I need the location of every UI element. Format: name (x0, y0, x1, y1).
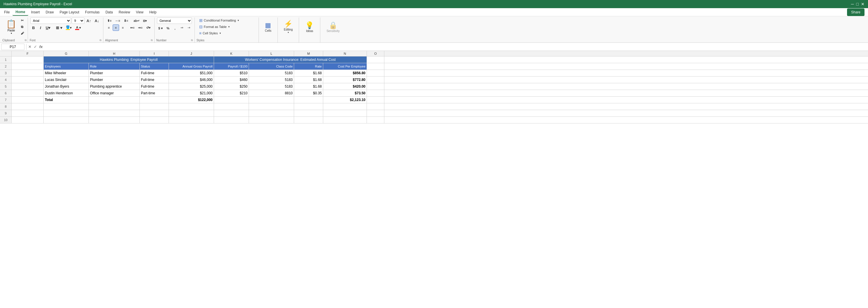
menu-draw[interactable]: Draw (43, 9, 57, 16)
cell-h3[interactable]: Plumber (89, 70, 140, 76)
formula-input[interactable] (44, 44, 867, 50)
minimize-icon[interactable]: ─ (851, 2, 854, 6)
maximize-icon[interactable]: □ (856, 2, 859, 6)
paste-button[interactable]: 📋 Paste ▾ (3, 18, 19, 36)
cell-l2[interactable]: Class Code (249, 63, 294, 69)
cell-k3[interactable]: $510 (214, 70, 249, 76)
cell-j9[interactable] (169, 110, 214, 117)
number-format-select[interactable]: General (157, 18, 192, 24)
font-name-select[interactable]: Arial (30, 18, 71, 24)
col-header-l[interactable]: L (249, 51, 294, 56)
cell-j10[interactable] (169, 117, 214, 123)
cell-n5[interactable]: $420.00 (323, 83, 367, 90)
close-icon[interactable]: ✕ (861, 2, 865, 6)
cell-i6[interactable]: Part-time (140, 90, 169, 96)
percent-button[interactable]: % (165, 25, 171, 31)
number-expand-icon[interactable]: ⧉ (191, 39, 193, 42)
cell-h8[interactable] (89, 103, 140, 110)
cell-m2[interactable]: Rate (294, 63, 323, 69)
cell-h2[interactable]: Role (89, 63, 140, 69)
cell-f3[interactable] (12, 70, 44, 76)
cell-i5[interactable]: Full-time (140, 83, 169, 90)
editing-button[interactable]: ⚡ Editing ▾ (280, 18, 297, 36)
cell-n2[interactable]: Cost Per Employee (323, 63, 367, 69)
cell-f7[interactable] (12, 97, 44, 103)
cell-i3[interactable]: Full-time (140, 70, 169, 76)
cell-l10[interactable] (249, 117, 294, 123)
col-header-o[interactable]: O (367, 51, 384, 56)
col-header-g[interactable]: G (44, 51, 89, 56)
cell-g3[interactable]: Mike Wheeler (44, 70, 89, 76)
cell-i9[interactable] (140, 110, 169, 117)
cell-i8[interactable] (140, 103, 169, 110)
cell-k7[interactable] (214, 97, 249, 103)
cell-o8[interactable] (367, 103, 384, 110)
cell-h9[interactable] (89, 110, 140, 117)
menu-data[interactable]: Data (102, 9, 116, 16)
cell-o6[interactable] (367, 90, 384, 96)
cell-o1[interactable] (367, 57, 384, 63)
col-header-h[interactable]: H (89, 51, 140, 56)
cell-k6[interactable]: $210 (214, 90, 249, 96)
cell-m10[interactable] (294, 117, 323, 123)
share-button[interactable]: Share (847, 8, 865, 16)
cell-g1[interactable]: Hawkins Plumbing: Employee Payroll (44, 57, 214, 63)
cell-g4[interactable]: Lucas Sinclair (44, 76, 89, 83)
align-left-button[interactable]: ≡ (106, 25, 112, 31)
cell-m8[interactable] (294, 103, 323, 110)
align-center-button[interactable]: ≡ (113, 25, 119, 31)
cell-j3[interactable]: $51,000 (169, 70, 214, 76)
cell-j8[interactable] (169, 103, 214, 110)
cell-k1[interactable]: Workers' Compensation Insurance: Estimat… (214, 57, 367, 63)
cell-h5[interactable]: Plumbing apprentice (89, 83, 140, 90)
cell-g2[interactable]: Employees (44, 63, 89, 69)
cell-g7[interactable]: Total (44, 97, 89, 103)
cell-l3[interactable]: 5183 (249, 70, 294, 76)
cell-l9[interactable] (249, 110, 294, 117)
cell-g9[interactable] (44, 110, 89, 117)
confirm-icon[interactable]: ✓ (34, 44, 37, 49)
format-as-table-button[interactable]: ⊟ Format as Table ▾ (197, 24, 241, 30)
cell-g10[interactable] (44, 117, 89, 123)
cell-n4[interactable]: $772.80 (323, 76, 367, 83)
cell-f1[interactable] (12, 57, 44, 63)
comma-button[interactable]: , (172, 25, 178, 31)
merge-button[interactable]: ⊟▾ (142, 18, 148, 24)
currency-button[interactable]: $ ▾ (157, 25, 164, 31)
cell-m7[interactable] (294, 97, 323, 103)
cell-g6[interactable]: Dustin Henderson (44, 90, 89, 96)
italic-button[interactable]: I (37, 25, 44, 31)
align-top-button[interactable]: ⬆≡ (106, 18, 113, 24)
cell-l4[interactable]: 5183 (249, 76, 294, 83)
decrease-decimal-button[interactable]: ⁻⁰ (186, 25, 192, 31)
cell-f4[interactable] (12, 76, 44, 83)
cell-o10[interactable] (367, 117, 384, 123)
fill-color-button[interactable]: 🪣 ▾ (64, 25, 73, 31)
cell-i7[interactable] (140, 97, 169, 103)
conditional-formatting-button[interactable]: ⊞ Conditional Formatting ▾ (197, 18, 241, 23)
copy-button[interactable]: ⧉ (19, 24, 25, 30)
menu-help[interactable]: Help (147, 9, 160, 16)
cell-l7[interactable] (249, 97, 294, 103)
col-header-m[interactable]: M (294, 51, 323, 56)
bold-button[interactable]: B (30, 25, 37, 31)
col-header-n[interactable]: N (323, 51, 367, 56)
align-right-button[interactable]: ≡ (120, 25, 126, 31)
decrease-font-button[interactable]: A↓ (93, 18, 101, 24)
col-header-j[interactable]: J (169, 51, 214, 56)
font-expand-icon[interactable]: ⧉ (100, 39, 101, 42)
cell-k2[interactable]: Payroll / $100 (214, 63, 249, 69)
cell-g8[interactable] (44, 103, 89, 110)
cut-button[interactable]: ✂ (19, 18, 25, 23)
cell-i4[interactable]: Full-time (140, 76, 169, 83)
align-bottom-button[interactable]: ⬇≡ (122, 18, 130, 24)
cell-f10[interactable] (12, 117, 44, 123)
cell-g5[interactable]: Jonathan Byers (44, 83, 89, 90)
cell-n10[interactable] (323, 117, 367, 123)
increase-indent-button[interactable]: ⇒≡ (136, 25, 144, 31)
cell-j5[interactable]: $25,000 (169, 83, 214, 90)
cell-j7[interactable]: $122,000 (169, 97, 214, 103)
cell-j4[interactable]: $46,000 (169, 76, 214, 83)
cell-h4[interactable]: Plumber (89, 76, 140, 83)
menu-view[interactable]: View (133, 9, 147, 16)
